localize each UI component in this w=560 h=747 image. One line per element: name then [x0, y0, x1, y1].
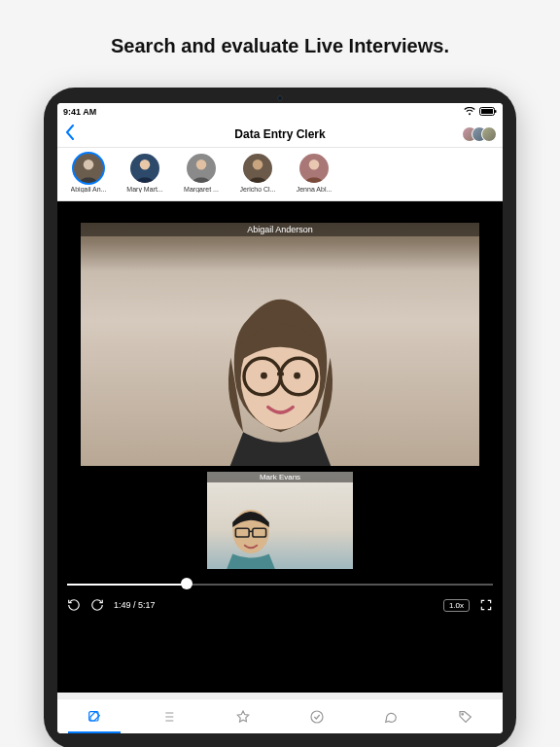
svg-point-6 — [253, 160, 263, 170]
candidate-name: Margaret ... — [184, 186, 219, 193]
avatar — [130, 154, 159, 183]
candidate-item[interactable]: Mary Mart... — [122, 154, 168, 193]
svg-point-13 — [294, 373, 300, 379]
star-icon — [235, 709, 251, 725]
tab-star[interactable] — [206, 699, 280, 733]
candidate-strip: Abigail An... Mary Mart... Margaret ... … — [57, 148, 503, 201]
svg-point-19 — [311, 711, 323, 723]
svg-point-5 — [196, 160, 207, 170]
avatar — [74, 154, 103, 183]
candidate-item[interactable]: Abigail An... — [65, 154, 112, 193]
progress-fill — [67, 584, 187, 586]
video-pip-label: Mark Evans — [207, 472, 353, 482]
svg-point-7 — [309, 160, 320, 170]
person-illustration — [207, 498, 295, 569]
svg-point-12 — [261, 373, 267, 379]
tab-tag[interactable] — [429, 699, 503, 733]
tab-list[interactable] — [131, 699, 205, 733]
tablet-screen: 9:41 AM Data Entry Clerk — [57, 103, 503, 733]
svg-rect-1 — [481, 109, 493, 114]
tab-notes[interactable] — [57, 699, 131, 733]
page-title: Data Entry Clerk — [234, 127, 325, 141]
chat-icon — [383, 709, 399, 725]
tablet-frame: 9:41 AM Data Entry Clerk — [44, 88, 516, 747]
svg-point-4 — [140, 160, 151, 170]
wifi-icon — [464, 107, 475, 118]
nav-bar: Data Entry Clerk — [57, 121, 503, 148]
avatar — [481, 126, 497, 142]
status-bar: 9:41 AM — [57, 103, 503, 121]
candidate-item[interactable]: Jenna Abl... — [291, 154, 337, 193]
svg-point-3 — [84, 160, 94, 170]
avatar — [187, 154, 216, 183]
check-circle-icon — [309, 709, 325, 725]
person-illustration — [181, 287, 380, 466]
svg-point-20 — [462, 713, 464, 715]
video-area: Abigail Anderson — [57, 201, 503, 693]
candidate-name: Abigail An... — [71, 186, 107, 193]
forward-button[interactable] — [90, 598, 104, 612]
progress-bar[interactable] — [67, 577, 493, 590]
speed-button[interactable]: 1.0x — [443, 599, 470, 612]
tablet-camera — [277, 95, 283, 101]
video-pip[interactable]: Mark Evans — [207, 472, 353, 569]
status-time: 9:41 AM — [63, 107, 96, 117]
candidate-name: Jericho Cl... — [240, 186, 276, 193]
back-button[interactable] — [57, 124, 83, 143]
svg-rect-2 — [495, 110, 497, 113]
video-main[interactable]: Abigail Anderson — [81, 223, 479, 466]
candidate-name: Mary Mart... — [126, 186, 162, 193]
avatar — [299, 154, 329, 183]
battery-icon — [479, 107, 497, 118]
nav-avatars[interactable] — [468, 126, 497, 142]
progress-thumb[interactable] — [181, 578, 192, 589]
player-controls: 1:49 / 5:17 1.0x — [57, 590, 503, 620]
list-icon — [160, 709, 176, 725]
candidate-item[interactable]: Jericho Cl... — [234, 154, 281, 193]
tag-icon — [458, 709, 473, 725]
player-time: 1:49 / 5:17 — [114, 600, 156, 610]
fullscreen-button[interactable] — [479, 598, 493, 612]
candidate-item[interactable]: Margaret ... — [178, 154, 225, 193]
page-headline: Search and evaluate Live Interviews. — [0, 0, 560, 57]
tab-chat[interactable] — [354, 699, 428, 733]
tab-bar — [57, 698, 503, 733]
rewind-button[interactable] — [67, 598, 81, 612]
avatar — [243, 154, 272, 183]
compose-icon — [87, 709, 102, 725]
candidate-name: Jenna Abl... — [297, 186, 332, 193]
tab-check[interactable] — [280, 699, 354, 733]
video-main-label: Abigail Anderson — [81, 223, 479, 236]
